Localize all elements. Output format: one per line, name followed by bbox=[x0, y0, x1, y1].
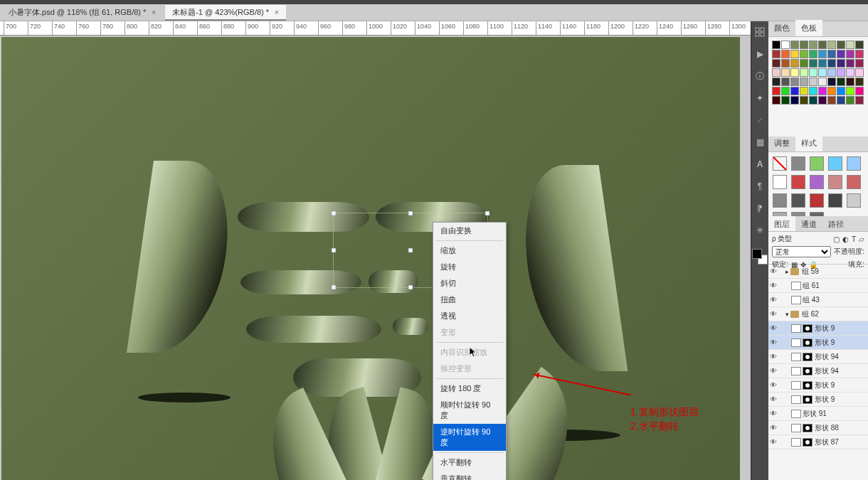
swatch[interactable] bbox=[772, 59, 780, 68]
style-preset[interactable] bbox=[810, 175, 824, 189]
visibility-icon[interactable]: 👁 bbox=[770, 310, 780, 318]
filter-pixel-icon[interactable]: ▢ bbox=[833, 235, 840, 243]
visibility-icon[interactable]: 👁 bbox=[770, 324, 780, 332]
styles-panel[interactable] bbox=[768, 152, 868, 216]
swatch[interactable] bbox=[855, 68, 864, 77]
swatch[interactable] bbox=[837, 78, 845, 86]
style-preset[interactable] bbox=[847, 175, 861, 189]
swatch[interactable] bbox=[781, 78, 790, 86]
swatch[interactable] bbox=[772, 50, 780, 58]
eyedropper-icon[interactable]: ⟋ bbox=[753, 114, 766, 127]
info-icon[interactable]: ⓘ bbox=[753, 70, 766, 82]
paragraph-icon[interactable]: ¶ bbox=[753, 180, 766, 193]
style-preset[interactable] bbox=[810, 193, 824, 208]
style-preset[interactable] bbox=[773, 175, 787, 189]
visibility-icon[interactable]: 👁 bbox=[770, 395, 780, 403]
swatch[interactable] bbox=[846, 68, 854, 77]
swatch[interactable] bbox=[855, 96, 864, 105]
swatch[interactable] bbox=[855, 41, 864, 49]
type-icon[interactable]: A bbox=[753, 158, 766, 171]
tab-adjustments[interactable]: 调整 bbox=[768, 135, 795, 151]
tab-document-2[interactable]: 未标题-1 @ 423%(RGB/8) * × bbox=[165, 5, 286, 21]
layer-row[interactable]: 👁组 61 bbox=[768, 279, 868, 293]
style-preset[interactable] bbox=[810, 156, 824, 171]
ctx-skew[interactable]: 斜切 bbox=[433, 275, 506, 292]
layer-list[interactable]: 👁▸组 59👁组 61👁组 43👁▾组 62👁形状 9👁形状 9👁形状 94👁形… bbox=[768, 265, 868, 480]
swatch[interactable] bbox=[781, 96, 790, 105]
layer-row[interactable]: 👁形状 9 bbox=[768, 336, 868, 350]
visibility-icon[interactable]: 👁 bbox=[770, 267, 780, 275]
swatch[interactable] bbox=[818, 59, 827, 68]
swatch[interactable] bbox=[781, 59, 790, 68]
swatch[interactable] bbox=[772, 87, 780, 95]
tab-swatches[interactable]: 色板 bbox=[795, 20, 822, 36]
tab-layers[interactable]: 图层 bbox=[768, 216, 795, 231]
swatch[interactable] bbox=[846, 59, 854, 68]
canvas-area[interactable]: 7007207407607808008208408608809009209409… bbox=[0, 21, 751, 480]
layer-row[interactable]: 👁形状 88 bbox=[768, 421, 868, 435]
style-preset[interactable] bbox=[791, 175, 805, 189]
swatch[interactable] bbox=[837, 50, 845, 58]
swatch[interactable] bbox=[790, 78, 799, 86]
visibility-icon[interactable]: 👁 bbox=[770, 296, 780, 304]
ctx-perspective[interactable]: 透视 bbox=[433, 308, 506, 324]
swatch[interactable] bbox=[837, 87, 845, 95]
swatch[interactable] bbox=[827, 41, 836, 49]
swatch[interactable] bbox=[818, 41, 827, 49]
swatch[interactable] bbox=[809, 68, 817, 77]
swatch[interactable] bbox=[772, 78, 780, 86]
swatch[interactable] bbox=[800, 78, 808, 86]
swatch[interactable] bbox=[846, 41, 854, 49]
play-icon[interactable]: ▶ bbox=[753, 48, 766, 60]
tab-styles[interactable]: 样式 bbox=[795, 135, 822, 151]
style-preset[interactable] bbox=[791, 193, 805, 208]
tab-channels[interactable]: 通道 bbox=[795, 216, 822, 231]
swatch[interactable] bbox=[800, 59, 808, 68]
tab-document-1[interactable]: 小暑字体.psd @ 118% (组 61, RGB/8) * × bbox=[1, 5, 163, 21]
style-preset[interactable] bbox=[828, 156, 842, 171]
layer-row[interactable]: 👁形状 94 bbox=[768, 364, 868, 378]
swatch[interactable] bbox=[781, 41, 790, 49]
ctx-scale[interactable]: 缩放 bbox=[433, 242, 506, 259]
style-preset[interactable] bbox=[828, 193, 842, 208]
swatch[interactable] bbox=[809, 59, 817, 68]
blend-mode-select[interactable]: 正常 bbox=[772, 246, 831, 257]
swatch[interactable] bbox=[800, 87, 808, 95]
character-icon[interactable]: ⁋ bbox=[753, 202, 766, 215]
swatch[interactable] bbox=[818, 96, 827, 105]
ctx-rotate-180[interactable]: 旋转 180 度 bbox=[433, 380, 506, 397]
ctx-flip-vertical[interactable]: 垂直翻转 bbox=[433, 471, 506, 480]
tab-paths[interactable]: 路径 bbox=[822, 216, 850, 231]
filter-shape-icon[interactable]: ▱ bbox=[859, 235, 864, 243]
visibility-icon[interactable]: 👁 bbox=[770, 410, 780, 417]
close-icon[interactable]: × bbox=[152, 9, 156, 16]
swatch[interactable] bbox=[772, 96, 780, 105]
swatch[interactable] bbox=[809, 78, 817, 86]
filter-adjust-icon[interactable]: ◐ bbox=[842, 235, 849, 243]
swatch[interactable] bbox=[855, 87, 864, 95]
swatch[interactable] bbox=[855, 78, 864, 86]
swatches-panel[interactable] bbox=[768, 37, 868, 137]
swatch[interactable] bbox=[800, 41, 808, 49]
style-preset[interactable] bbox=[847, 193, 861, 208]
layer-row[interactable]: 👁▾组 62 bbox=[768, 307, 868, 321]
swatch[interactable] bbox=[790, 96, 799, 105]
visibility-icon[interactable]: 👁 bbox=[770, 367, 780, 375]
swatch[interactable] bbox=[846, 50, 854, 58]
swatch[interactable] bbox=[818, 78, 827, 86]
swatch[interactable] bbox=[781, 87, 790, 95]
style-preset[interactable] bbox=[773, 193, 787, 208]
swatch[interactable] bbox=[809, 96, 817, 105]
artboard[interactable]: 1.复制形状图层 2.水平翻转 bbox=[1, 37, 740, 480]
swatch[interactable] bbox=[818, 87, 827, 95]
visibility-icon[interactable]: 👁 bbox=[770, 381, 780, 389]
swatch[interactable] bbox=[772, 68, 780, 77]
visibility-icon[interactable]: 👁 bbox=[770, 424, 780, 432]
swatch[interactable] bbox=[827, 68, 836, 77]
tab-color[interactable]: 颜色 bbox=[768, 20, 795, 36]
ctx-free-transform[interactable]: 自由变换 bbox=[433, 223, 506, 239]
layer-row[interactable]: 👁形状 9 bbox=[768, 378, 868, 393]
visibility-icon[interactable]: 👁 bbox=[770, 438, 780, 446]
swatch[interactable] bbox=[809, 50, 817, 58]
visibility-icon[interactable]: 👁 bbox=[770, 338, 780, 346]
